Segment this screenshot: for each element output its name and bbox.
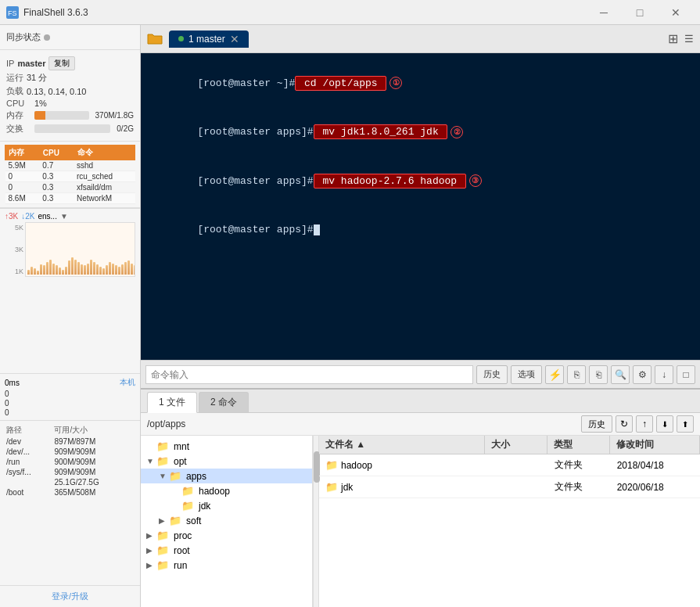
- file-row[interactable]: 📁hadoop 文件夹 2018/04/18: [319, 454, 700, 476]
- mem-value: 370M/1.8G: [95, 111, 134, 120]
- ip-value: master: [17, 59, 45, 68]
- running-value: 31 分: [27, 72, 47, 84]
- win-controls: ─ □ ✕: [586, 0, 694, 25]
- running-label: 运行: [6, 72, 23, 84]
- upload-file-icon[interactable]: ⬆: [677, 415, 694, 433]
- col-header-size[interactable]: 大小: [485, 436, 547, 454]
- up-icon[interactable]: ↑: [636, 415, 653, 433]
- tab-folder-icon[interactable]: [144, 28, 166, 50]
- col-header-name[interactable]: 文件名 ▲: [319, 436, 485, 454]
- col-header-type[interactable]: 类型: [547, 436, 610, 454]
- chart-bar: [102, 268, 105, 275]
- tab-files[interactable]: 1 文件: [147, 392, 197, 413]
- grid-view-icon[interactable]: ⊞: [665, 28, 681, 49]
- tree-item[interactable]: ▶📁run: [141, 558, 312, 573]
- paste-icon[interactable]: ⎗: [589, 365, 608, 384]
- terminal-line-2: [root@master apps]# mv jdk1.8.0_261 jdk …: [149, 108, 692, 156]
- chart-y-3k: 3K: [5, 246, 23, 253]
- tree-panel: 📁mnt▼📁opt▼📁apps📁hadoop📁jdk▶📁soft▶📁proc▶📁…: [141, 436, 313, 607]
- disk-col-size: 可用/大小: [52, 424, 135, 436]
- file-row[interactable]: 📁jdk 文件夹 2020/06/18: [319, 476, 700, 498]
- expand-icon[interactable]: □: [677, 365, 695, 384]
- tree-item[interactable]: 📁mnt: [141, 439, 312, 454]
- options-button[interactable]: 选项: [511, 365, 542, 384]
- disk-size: 900M/909M: [52, 457, 135, 467]
- terminal-line-4: [root@master apps]#: [149, 206, 692, 254]
- disk-row: /sys/f...909M/909M: [5, 467, 135, 477]
- folder-icon: 📁: [181, 500, 194, 512]
- chart-bar: [68, 260, 70, 275]
- refresh-icon[interactable]: ↻: [616, 415, 633, 433]
- chart-bar: [27, 270, 30, 275]
- upgrade-button[interactable]: 登录/升级: [52, 591, 88, 601]
- disk-size: 897M/897M: [52, 436, 135, 447]
- file-type: 文件夹: [548, 479, 611, 495]
- bottom-panel: 1 文件 2 命令 /opt/apps 历史 ↻ ↑ ⬇ ⬆: [141, 388, 700, 607]
- info-section: IP master 复制 运行 31 分 负载 0.13, 0.14, 0.10…: [0, 50, 140, 142]
- swap-value: 0/2G: [117, 124, 134, 133]
- tree-scrollbar[interactable]: [313, 436, 319, 607]
- chart-bar: [106, 265, 108, 275]
- sidebar: 同步状态 IP master 复制 运行 31 分 负载 0.13, 0.14,…: [0, 25, 141, 607]
- tree-item[interactable]: ▶📁soft: [141, 513, 312, 528]
- menu-icon[interactable]: ☰: [681, 30, 697, 48]
- tree-label: run: [174, 560, 187, 571]
- close-button[interactable]: ✕: [658, 0, 694, 25]
- proc-mem: 0: [5, 182, 40, 193]
- proc-mem: 0: [5, 171, 40, 182]
- file-rows: 📁hadoop 文件夹 2018/04/18 📁jdk 文件夹 2020/06/…: [319, 454, 700, 498]
- download-file-icon[interactable]: ⬇: [656, 415, 673, 433]
- chart-bar: [118, 267, 120, 275]
- tree-item[interactable]: ▶📁root: [141, 543, 312, 558]
- tab-commands[interactable]: 2 命令: [199, 392, 249, 412]
- copy-button[interactable]: 复制: [48, 56, 75, 70]
- chart-bar: [124, 262, 127, 275]
- history-button[interactable]: 历史: [476, 365, 508, 384]
- tree-item[interactable]: ▶📁proc: [141, 528, 312, 543]
- chart-bar: [62, 270, 64, 275]
- chart-bar: [71, 257, 74, 275]
- tree-label: jdk: [199, 501, 210, 512]
- minimize-button[interactable]: ─: [586, 0, 622, 25]
- tree-item[interactable]: 📁jdk: [141, 498, 312, 513]
- copy-icon[interactable]: ⎘: [567, 365, 586, 384]
- settings-icon[interactable]: ⚙: [633, 365, 652, 384]
- tree-item[interactable]: 📁hadoop: [141, 483, 312, 498]
- terminal[interactable]: [root@master ~]# cd /opt/apps ① [root@ma…: [141, 53, 700, 360]
- app-icon: FS: [6, 6, 19, 19]
- download-icon[interactable]: ↓: [655, 365, 673, 384]
- disk-col-path: 路径: [5, 424, 52, 436]
- chart-bar: [56, 265, 58, 275]
- tree-label: hadoop: [199, 486, 230, 497]
- chart-bar: [115, 265, 117, 275]
- disk-section: 路径 可用/大小 /dev897M/897M/dev/...909M/909M/…: [0, 420, 140, 585]
- network-chart: [25, 222, 135, 277]
- chart-bar: [84, 265, 86, 275]
- command-input-bar: 历史 选项 ⚡ ⎘ ⎗ 🔍 ⚙ ↓ □: [141, 360, 700, 388]
- tab-master[interactable]: 1 master ✕: [169, 31, 249, 48]
- latency-link[interactable]: 本机: [120, 377, 135, 388]
- search-icon[interactable]: 🔍: [611, 365, 630, 384]
- disk-row: 25.1G/27.5G: [5, 477, 135, 487]
- lightning-icon[interactable]: ⚡: [545, 365, 564, 384]
- path-history-button[interactable]: 历史: [581, 415, 612, 433]
- disk-path: /run: [5, 457, 52, 467]
- disk-row: /dev/...909M/909M: [5, 447, 135, 457]
- tab-close-icon[interactable]: ✕: [230, 34, 239, 45]
- tree-item[interactable]: ▼📁apps: [141, 469, 312, 483]
- col-header-date[interactable]: 修改时间: [610, 436, 700, 454]
- file-name: 📁hadoop: [319, 458, 486, 472]
- proc-cpu: 0.3: [39, 182, 74, 193]
- folder-icon: 📁: [156, 559, 169, 571]
- tree-item[interactable]: ▼📁opt: [141, 454, 312, 469]
- file-content: 📁mnt▼📁opt▼📁apps📁hadoop📁jdk▶📁soft▶📁proc▶📁…: [141, 436, 700, 607]
- chart-bar: [90, 260, 92, 275]
- maximize-button[interactable]: □: [622, 0, 658, 25]
- terminal-line-1: [root@master ~]# cd /opt/apps ①: [149, 59, 692, 108]
- net-expand-icon[interactable]: ▼: [60, 212, 68, 221]
- command-input[interactable]: [145, 365, 473, 384]
- disk-row: /run900M/909M: [5, 457, 135, 467]
- chart-bar: [77, 262, 80, 275]
- net-down-label: ↓2K: [21, 212, 34, 221]
- proc-cpu: 0.3: [39, 171, 74, 182]
